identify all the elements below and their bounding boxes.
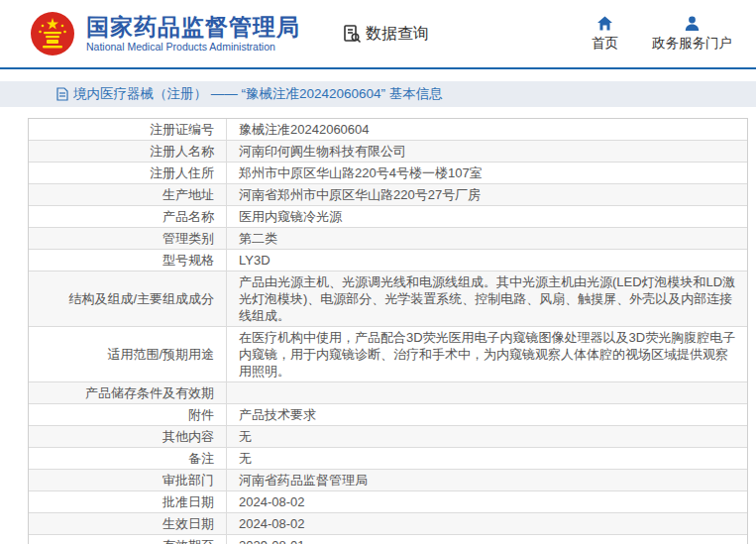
row-label: 其他内容 [29, 426, 227, 447]
table-row: 结构及组成/主要组成成分产品由光源主机、光源调光线和电源线组成。其中光源主机由光… [29, 272, 747, 327]
row-label: 型号规格 [29, 250, 227, 271]
table-row: 有效期至2029-08-01 [29, 535, 747, 544]
row-value: 河南印何阗生物科技有限公司 [227, 141, 747, 162]
document-icon [56, 87, 68, 101]
row-label: 管理类别 [29, 228, 227, 249]
row-value: 2024-08-02 [227, 513, 747, 534]
row-value: 无 [227, 426, 747, 447]
row-label: 结构及组成/主要组成成分 [29, 272, 227, 326]
breadcrumb-text: 境内医疗器械（注册） —— “豫械注准20242060604” 基本信息 [73, 85, 443, 103]
row-label: 审批部门 [29, 470, 227, 490]
row-label: 注册证编号 [29, 119, 227, 140]
header-nav: 首页 政务服务门户 [592, 15, 732, 53]
row-value: LY3D [227, 250, 747, 271]
row-label: 附件 [29, 404, 227, 425]
row-value: 在医疗机构中使用，产品配合3D荧光医用电子内窥镜图像处理器以及3D荧光胸腹腔电子… [227, 327, 747, 381]
data-query-button[interactable]: 数据查询 [342, 24, 429, 45]
table-row: 附件产品技术要求 [29, 404, 747, 426]
row-label: 适用范围/预期用途 [29, 327, 227, 381]
agency-name-en: National Medical Products Administration [86, 40, 300, 54]
table-row: 注册人住所郑州市中原区华山路220号4号楼一楼107室 [29, 163, 747, 184]
data-query-label: 数据查询 [366, 24, 429, 45]
agency-logo-group[interactable]: 国家药品监督管理局 National Medical Products Admi… [30, 11, 300, 56]
row-value: 无 [227, 448, 747, 469]
row-value: 产品由光源主机、光源调光线和电源线组成。其中光源主机由光源(LED灯泡模块和LD… [227, 272, 747, 326]
row-label: 有效期至 [29, 535, 227, 544]
row-value: 第二类 [227, 228, 747, 249]
row-label: 批准日期 [29, 491, 227, 512]
row-value: 医用内窥镜冷光源 [227, 206, 747, 227]
national-emblem-icon [30, 11, 75, 56]
row-label: 生效日期 [29, 513, 227, 534]
table-row: 审批部门河南省药品监督管理局 [29, 470, 747, 491]
row-value [227, 382, 747, 403]
nav-item-home[interactable]: 首页 [592, 15, 618, 53]
user-icon [684, 15, 701, 32]
table-row: 其他内容无 [29, 426, 747, 448]
row-value: 2024-08-02 [227, 491, 747, 512]
row-value: 河南省郑州市中原区华山路220号27号厂房 [227, 184, 747, 205]
registration-info-table: 注册证编号豫械注准20242060604注册人名称河南印何阗生物科技有限公司注册… [28, 118, 748, 544]
agency-name-cn: 国家药品监督管理局 [86, 14, 300, 40]
table-row: 注册人名称河南印何阗生物科技有限公司 [29, 141, 747, 163]
table-row: 备注无 [29, 448, 747, 470]
table-row: 生产地址河南省郑州市中原区华山路220号27号厂房 [29, 184, 747, 206]
table-row: 管理类别第二类 [29, 228, 747, 250]
row-label: 产品名称 [29, 206, 227, 227]
breadcrumb: 境内医疗器械（注册） —— “豫械注准20242060604” 基本信息 [0, 81, 756, 107]
row-value: 河南省药品监督管理局 [227, 470, 747, 490]
row-label: 注册人名称 [29, 141, 227, 162]
table-row: 型号规格LY3D [29, 250, 747, 272]
row-value: 郑州市中原区华山路220号4号楼一楼107室 [227, 163, 747, 183]
nav-item-service-portal[interactable]: 政务服务门户 [652, 15, 732, 53]
table-row: 产品储存条件及有效期 [29, 382, 747, 404]
row-value: 豫械注准20242060604 [227, 119, 747, 140]
row-label: 备注 [29, 448, 227, 469]
row-label: 产品储存条件及有效期 [29, 382, 227, 403]
nav-home-label: 首页 [592, 35, 618, 53]
nav-portal-label: 政务服务门户 [652, 35, 732, 53]
row-label: 生产地址 [29, 184, 227, 205]
table-row: 适用范围/预期用途在医疗机构中使用，产品配合3D荧光医用电子内窥镜图像处理器以及… [29, 327, 747, 382]
table-row: 注册证编号豫械注准20242060604 [29, 119, 747, 141]
row-value: 2029-08-01 [227, 535, 747, 544]
table-row: 生效日期2024-08-02 [29, 513, 747, 535]
agency-titles: 国家药品监督管理局 National Medical Products Admi… [86, 14, 300, 54]
table-row: 批准日期2024-08-02 [29, 491, 747, 513]
site-header: 国家药品监督管理局 National Medical Products Admi… [0, 0, 756, 69]
document-search-icon [342, 24, 362, 44]
row-label: 注册人住所 [29, 163, 227, 183]
table-row: 产品名称医用内窥镜冷光源 [29, 206, 747, 228]
row-value: 产品技术要求 [227, 404, 747, 425]
home-icon [596, 15, 613, 32]
